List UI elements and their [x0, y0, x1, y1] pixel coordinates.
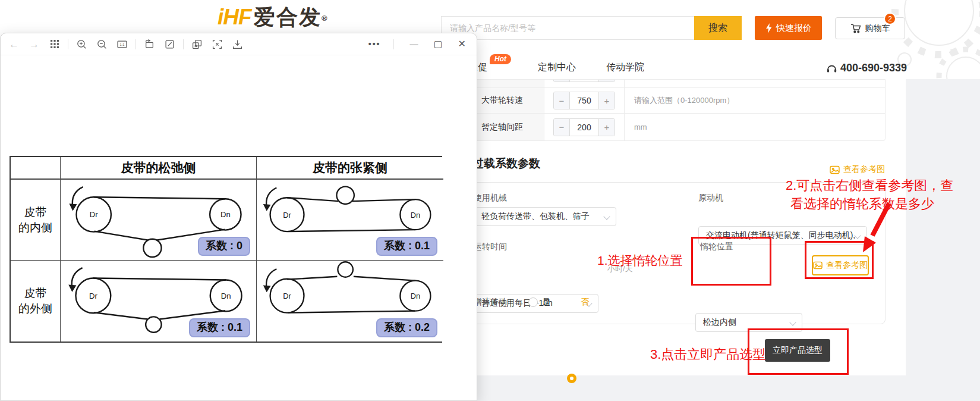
view-reference-link[interactable]: 查看参考图 [830, 164, 885, 175]
machine-select[interactable]: 轻负荷传送带、包装机、筛子 [474, 207, 616, 226]
screen: iHF 爱合发® 搜索 快速报价 购物车 2 大促 Hot 定制中心 传动学院 … [0, 0, 980, 401]
logo-ihf-text: iHF [218, 5, 251, 29]
spec-row: 暂定轴间距 − 200 + mm [473, 114, 885, 140]
spec-row-label: 大带轮转速 [473, 88, 544, 113]
idler-position-select[interactable]: 松边内侧 [695, 313, 802, 332]
diagram-cell-outside-tight: Dr Dn 系数 : 0.2 [257, 261, 443, 342]
svg-text:Dn: Dn [220, 210, 231, 219]
spec-table: 大带轮转速 − 750 + 请输入范围（0-120000rpm） 暂定轴间距 −… [472, 79, 886, 141]
rotate-crop-icon[interactable] [144, 39, 155, 49]
product-select-button[interactable]: 立即产品选型 [765, 339, 830, 362]
speedup-radio-no[interactable] [567, 374, 576, 383]
row-header-belt-outside: 皮带 的外侧 [11, 261, 61, 342]
column-header-tight-side: 皮带的张紧侧 [257, 157, 443, 180]
svg-text:Dr: Dr [89, 292, 98, 300]
svg-text:Dr: Dr [283, 292, 291, 300]
motor-label: 原动机 [698, 193, 723, 203]
picture-icon [830, 165, 840, 175]
ocr-scan-icon[interactable] [212, 39, 222, 49]
forward-icon[interactable]: → [29, 39, 39, 49]
section-title: 过载系数参数 [472, 156, 540, 171]
row-header-belt-inside: 皮带 的内侧 [11, 180, 61, 261]
annotation-step3: 3.点击立即产品选型 [650, 346, 765, 364]
service-phone: 400-690-9339 [840, 62, 907, 74]
image-viewer-window: ← → 1:1 [0, 33, 477, 401]
nav-item-custom-center[interactable]: 定制中心 [538, 61, 576, 74]
coefficient-badge: 系数 : 0.1 [376, 237, 437, 256]
quantity-stepper: − 200 + [553, 118, 615, 136]
quantity-stepper: − 750 + [553, 92, 615, 109]
belt-coefficient-table: 皮带的松弛侧 皮带的张紧侧 皮带 的内侧 Dr Dn 系数 : 0 [10, 156, 442, 343]
more-icon[interactable]: ••• [368, 40, 381, 48]
speedup-yes-label[interactable]: 是 [542, 297, 550, 308]
annotation-arrow [855, 200, 896, 256]
zoom-in-icon[interactable] [77, 39, 87, 49]
grid-icon[interactable] [49, 39, 59, 49]
quick-quote-button[interactable]: 快速报价 [755, 16, 822, 40]
speedup-label: 增速传动 [474, 297, 507, 308]
site-logo[interactable]: iHF 爱合发® [218, 3, 327, 32]
logo-cn-text: 爱合发 [254, 5, 322, 29]
chevron-down-icon [603, 213, 610, 220]
stepper-minus-button[interactable]: − [554, 119, 570, 136]
chevron-down-icon [789, 319, 796, 325]
minimize-icon[interactable]: — [409, 40, 418, 48]
download-icon[interactable] [232, 39, 242, 49]
stepper-plus-button[interactable]: + [598, 119, 615, 136]
stepper-value[interactable]: 200 [570, 119, 598, 136]
viewer-titlebar: ← → 1:1 [1, 33, 477, 55]
spec-row-hint: mm [625, 114, 885, 140]
stepper-plus-button[interactable]: + [598, 92, 615, 109]
spec-row-hint: 请输入范围（0-120000rpm） [625, 88, 885, 113]
cart-count-badge: 2 [884, 12, 896, 25]
runtime-label: 运转时间 [474, 242, 507, 252]
edit-icon[interactable] [165, 39, 175, 49]
idler-position-label: 惰轮位置 [700, 242, 733, 252]
svg-text:Dn: Dn [411, 211, 420, 220]
page-background-bottom [469, 375, 980, 401]
maximize-icon[interactable]: ▢ [433, 39, 442, 49]
cart-icon [850, 23, 861, 33]
idler-view-reference-button[interactable]: 查看参考图 [812, 255, 869, 275]
search-button[interactable]: 搜索 [694, 16, 742, 40]
close-icon[interactable]: ✕ [458, 39, 466, 49]
back-icon[interactable]: ← [9, 39, 19, 49]
svg-text:Dr: Dr [90, 210, 98, 219]
export-copy-icon[interactable] [192, 39, 202, 49]
headset-icon [826, 63, 837, 74]
spec-row-partial [473, 80, 885, 88]
diagram-cell-inside-tight: Dr Dn 系数 : 0.1 [257, 180, 443, 261]
speedup-no-label[interactable]: 否 [581, 297, 589, 308]
speedup-radio-yes[interactable] [528, 297, 538, 307]
stepper-value[interactable]: 750 [570, 92, 598, 109]
svg-text:Dn: Dn [221, 292, 231, 300]
column-header-slack-side: 皮带的松弛侧 [61, 157, 257, 180]
nav-item-academy[interactable]: 传动学院 [606, 61, 644, 74]
svg-text:1:1: 1:1 [120, 43, 125, 46]
diagram-cell-inside-slack: Dr Dn 系数 : 0 [61, 180, 257, 261]
machine-label: 使用机械 [474, 193, 507, 203]
coefficient-badge: 系数 : 0.2 [376, 318, 437, 337]
lightning-icon [765, 23, 773, 33]
zoom-out-icon[interactable] [97, 39, 107, 49]
one-to-one-icon[interactable]: 1:1 [117, 39, 127, 49]
registered-mark: ® [322, 14, 327, 23]
coefficient-badge: 系数 : 0 [198, 237, 250, 256]
spec-row-label: 暂定轴间距 [473, 114, 544, 140]
spec-row: 大带轮转速 − 750 + 请输入范围（0-120000rpm） [473, 88, 885, 114]
coefficient-badge: 系数 : 0.1 [189, 318, 250, 337]
search-bar: 搜索 [441, 16, 742, 40]
diagram-cell-outside-slack: Dr Dn 系数 : 0.1 [61, 261, 257, 342]
svg-text:Dn: Dn [411, 292, 420, 300]
annotation-step1: 1.选择惰轮位置 [597, 252, 683, 269]
stepper-minus-button[interactable]: − [554, 92, 570, 109]
search-input[interactable] [441, 16, 694, 40]
svg-text:Dr: Dr [283, 211, 291, 220]
hot-badge: Hot [490, 54, 511, 64]
picture-icon [813, 261, 823, 270]
page-background-right [906, 79, 980, 401]
